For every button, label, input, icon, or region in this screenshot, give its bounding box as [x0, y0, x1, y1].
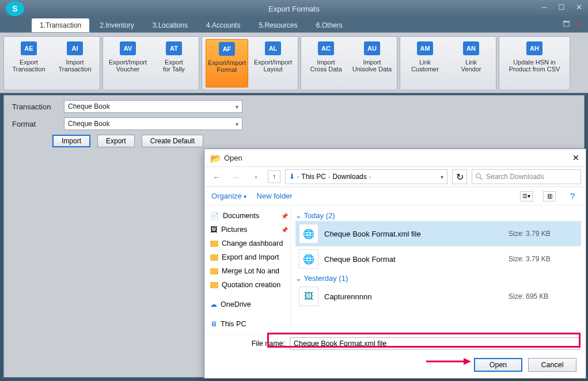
ribbon-icon: AI: [67, 41, 83, 55]
export-button[interactable]: Export: [97, 135, 135, 147]
nav-onedrive-label: OneDrive: [221, 300, 251, 308]
nav-back-button[interactable]: ←: [209, 169, 224, 184]
ribbon-label: Export/ImportVoucher: [109, 59, 147, 73]
nav-forward-button[interactable]: →: [229, 169, 244, 184]
tab-inventory[interactable]: 2.Inventory: [92, 18, 142, 32]
nav-recent-button[interactable]: ▾: [248, 169, 263, 184]
tab-accounts[interactable]: 4.Accounts: [198, 18, 248, 32]
chevron-down-icon[interactable]: ▾: [441, 174, 443, 180]
ribbon-label: ExportTransaction: [12, 59, 45, 73]
open-button[interactable]: Open: [474, 358, 522, 372]
tab-locations[interactable]: 3.Locations: [145, 18, 196, 32]
ribbon-group: AEExportTransactionAIImportTransaction: [3, 36, 100, 90]
group-yesterday[interactable]: Yesterday (1): [295, 274, 581, 283]
transaction-label: Transaction: [12, 102, 64, 111]
nav-onedrive[interactable]: ☁OneDrive: [207, 298, 288, 311]
tab-resources[interactable]: 5.Resources: [251, 18, 305, 32]
ribbon-export-import-format[interactable]: AFExport/ImportFormat: [206, 39, 248, 87]
ribbon-group: AFExport/ImportFormatALExport/ImportLayo…: [202, 36, 298, 90]
folder-icon: [210, 268, 218, 275]
format-combo[interactable]: Cheque Book: [64, 117, 242, 130]
dialog-help-icon[interactable]: ?: [566, 191, 579, 201]
ribbon-label: LinkCustomer: [411, 59, 439, 73]
organize-menu[interactable]: Organize: [211, 192, 246, 200]
transaction-combo[interactable]: Cheque Book: [64, 100, 242, 113]
maximize-button[interactable]: ☐: [556, 2, 567, 12]
view-options-button[interactable]: ☰▾: [520, 191, 533, 201]
refresh-button[interactable]: ↻: [452, 169, 467, 184]
ribbon-icon: AL: [265, 41, 281, 55]
file-item[interactable]: 🌐 Cheque Book Format.xml file Size: 3.79…: [295, 221, 581, 246]
preview-pane-button[interactable]: ▥: [543, 191, 556, 201]
ribbon-link-vendor[interactable]: ANLinkVendor: [450, 39, 492, 87]
file-name: Cheque Book Format.xml file: [324, 230, 503, 238]
file-item[interactable]: 🌐 Cheque Book Format Size: 3.79 KB: [295, 246, 581, 272]
ribbon-icon: AV: [120, 41, 136, 55]
search-placeholder: Search Downloads: [486, 173, 544, 181]
calculator-icon[interactable]: 🗔: [562, 19, 571, 28]
file-name: Cheque Book Format: [324, 255, 503, 264]
minimize-button[interactable]: ─: [538, 2, 550, 12]
ribbon-link-customer[interactable]: AMLinkCustomer: [404, 39, 446, 87]
create-default-button[interactable]: Create Default: [142, 135, 203, 147]
nav-documents-label: Documents: [223, 212, 259, 220]
close-button[interactable]: ✕: [573, 2, 585, 12]
nav-thispc[interactable]: 🖥This PC: [207, 317, 288, 331]
ribbon-label: ImportTransaction: [58, 59, 91, 73]
ribbon-export-transaction[interactable]: AEExportTransaction: [7, 39, 50, 87]
nav-folder-4[interactable]: Quotation creation: [207, 278, 288, 292]
nav-documents[interactable]: 📄Documents📌: [207, 209, 288, 223]
annotation-arrow: [426, 356, 472, 367]
import-button[interactable]: Import: [52, 135, 90, 147]
app-logo-icon: S: [6, 1, 24, 16]
ribbon-icon: AN: [463, 41, 479, 55]
new-folder-button[interactable]: New folder: [257, 192, 293, 200]
pictures-icon: 🖼: [210, 226, 218, 234]
ribbon-group: AMLinkCustomerANLinkVendor: [400, 36, 496, 90]
format-value: Cheque Book: [68, 120, 110, 128]
ribbon-import-unisolve-data[interactable]: AUImportUnisolve Data: [351, 39, 393, 87]
search-input[interactable]: Search Downloads: [472, 169, 581, 184]
filename-input[interactable]: [290, 337, 580, 350]
documents-icon: 📄: [210, 212, 219, 220]
ribbon-import-transaction[interactable]: AIImportTransaction: [54, 39, 96, 87]
nav-pictures[interactable]: 🖼Pictures📌: [207, 223, 288, 237]
address-bar[interactable]: ⬇ › This PC › Downloads › ▾: [285, 169, 447, 184]
cancel-button[interactable]: Cancel: [528, 358, 576, 372]
ribbon-update-hsn-in-product-from-csv[interactable]: AHUpdate HSN inProduct from CSV: [503, 39, 566, 87]
tab-others[interactable]: 6.Others: [308, 18, 351, 32]
group-today[interactable]: Today (2): [295, 211, 581, 220]
file-item[interactable]: 🖼 Capturennnnn Size: 695 KB: [295, 284, 581, 309]
help-icon[interactable]: ?: [549, 19, 558, 28]
ribbon-export-for-tally[interactable]: ATExportfor Tally: [153, 39, 195, 87]
file-size: Size: 3.79 KB: [509, 255, 578, 263]
nav-folder-4-label: Quotation creation: [222, 281, 280, 289]
ribbon-label: Export/ImportFormat: [208, 59, 246, 73]
ribbon-icon: AT: [166, 41, 182, 55]
ribbon: AEExportTransactionAIImportTransactionAV…: [0, 32, 588, 93]
ribbon-icon: AH: [526, 41, 543, 55]
nav-folder-1[interactable]: Change dashboard: [207, 237, 288, 250]
nav-folder-3[interactable]: Merge Lot No and: [207, 264, 288, 278]
tab-transaction[interactable]: 1.Transaction: [32, 18, 89, 32]
nav-up-button[interactable]: ↑: [268, 170, 280, 183]
nav-folder-3-label: Merge Lot No and: [222, 267, 279, 275]
file-list[interactable]: Today (2) 🌐 Cheque Book Format.xml file …: [291, 205, 586, 334]
image-file-icon: 🖼: [299, 287, 318, 306]
nav-folder-2-label: Export and Import: [222, 253, 279, 261]
crumb-thispc[interactable]: This PC: [301, 173, 326, 181]
ribbon-icon: AM: [417, 41, 433, 55]
ribbon-label: ImportUnisolve Data: [352, 59, 392, 73]
ribbon-label: Exportfor Tally: [163, 59, 185, 73]
dialog-close-button[interactable]: ✕: [571, 153, 581, 163]
nav-folder-2[interactable]: Export and Import: [207, 250, 288, 264]
ribbon-label: ImportCross Data: [310, 59, 342, 73]
dialog-nav-pane[interactable]: 📄Documents📌 🖼Pictures📌 Change dashboard …: [204, 205, 291, 334]
exit-icon[interactable]: ⎋: [574, 19, 583, 28]
ribbon-export-import-voucher[interactable]: AVExport/ImportVoucher: [107, 39, 149, 87]
ribbon-import-cross-data[interactable]: ACImportCross Data: [305, 39, 347, 87]
file-name: Capturennnnn: [324, 292, 503, 301]
ribbon-export-import-layout[interactable]: ALExport/ImportLayout: [252, 39, 294, 87]
ribbon-icon: AC: [318, 41, 334, 55]
crumb-downloads[interactable]: Downloads: [332, 173, 366, 181]
